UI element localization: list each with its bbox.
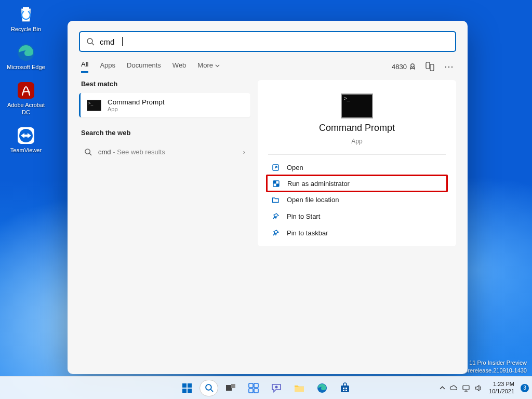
rewards-points[interactable]: 4830: [392, 63, 416, 71]
svg-rect-1: [18, 82, 34, 99]
svg-rect-8: [430, 64, 434, 71]
taskbar-search-button[interactable]: [200, 380, 218, 396]
store-button[interactable]: [335, 378, 355, 398]
action-open[interactable]: Open: [268, 159, 446, 176]
svg-rect-16: [188, 383, 192, 388]
svg-rect-22: [231, 384, 235, 388]
notification-badge[interactable]: 3: [521, 384, 529, 392]
taskbar-center: [177, 378, 355, 398]
preview-pane: Command Prompt App Open Run as administr…: [258, 80, 456, 246]
task-view-button[interactable]: [220, 378, 241, 398]
edge-button[interactable]: [312, 378, 332, 398]
svg-rect-17: [182, 389, 187, 393]
search-tabs: All Apps Documents Web More 4830 ⋯: [79, 60, 456, 73]
tab-web[interactable]: Web: [172, 61, 187, 72]
desktop-icon-acrobat[interactable]: Adobe Acrobat DC: [5, 80, 47, 115]
rewards-icon: [409, 63, 416, 70]
svg-rect-24: [254, 383, 258, 388]
svg-line-10: [89, 153, 91, 155]
network-icon[interactable]: [462, 384, 470, 392]
file-explorer-button[interactable]: [289, 378, 310, 398]
desktop-icon-teamviewer[interactable]: TeamViewer: [5, 125, 47, 154]
svg-rect-30: [341, 385, 349, 392]
open-icon: [271, 163, 280, 171]
chevron-down-icon: [215, 63, 220, 68]
svg-rect-32: [345, 388, 347, 389]
chevron-right-icon: ›: [243, 148, 245, 156]
svg-rect-35: [463, 385, 469, 390]
action-pin-taskbar[interactable]: Pin to taskbar: [268, 224, 446, 241]
svg-point-4: [87, 38, 92, 44]
tab-apps[interactable]: Apps: [100, 61, 115, 72]
result-title: Command Prompt: [108, 98, 165, 106]
svg-line-20: [210, 390, 212, 392]
clock-date: 10/1/2021: [489, 388, 514, 395]
taskbar-right: 1:23 PM 10/1/2021 3: [440, 381, 529, 394]
action-label: Open file location: [287, 196, 339, 204]
action-run-as-admin[interactable]: Run as administrator: [266, 175, 448, 192]
results-column: Best match Command Prompt App Search the…: [79, 80, 250, 246]
svg-rect-7: [426, 62, 430, 69]
cmd-icon: [87, 100, 101, 111]
svg-rect-31: [343, 388, 344, 389]
result-command-prompt[interactable]: Command Prompt App: [79, 93, 250, 117]
widgets-button[interactable]: [243, 378, 264, 398]
taskbar-clock[interactable]: 1:23 PM 10/1/2021: [487, 381, 516, 394]
desktop-icon-label: Microsoft Edge: [7, 64, 45, 71]
svg-point-9: [85, 149, 90, 154]
volume-icon[interactable]: [474, 384, 483, 392]
shield-icon: [272, 179, 280, 188]
onedrive-icon[interactable]: [449, 384, 458, 392]
action-open-file-location[interactable]: Open file location: [268, 191, 446, 208]
result-subtitle: App: [108, 106, 165, 112]
more-options-icon[interactable]: ⋯: [444, 61, 454, 72]
tab-all[interactable]: All: [81, 60, 88, 73]
action-pin-start[interactable]: Pin to Start: [268, 208, 446, 224]
divider: [268, 154, 446, 155]
svg-rect-18: [188, 389, 192, 393]
desktop-icon-edge[interactable]: Microsoft Edge: [5, 42, 47, 71]
web-term: cmd: [98, 148, 111, 156]
system-tray[interactable]: [440, 384, 483, 392]
search-query-text: cmd: [100, 37, 114, 46]
svg-rect-28: [295, 387, 304, 392]
svg-rect-26: [254, 389, 258, 393]
pin-icon: [271, 212, 280, 220]
recycle-bin-icon: [16, 4, 36, 25]
search-web-heading: Search the web: [81, 129, 248, 137]
search-box[interactable]: cmd: [79, 31, 456, 52]
edge-icon: [16, 42, 36, 63]
desktop-icon-recycle-bin[interactable]: Recycle Bin: [5, 4, 47, 33]
teamviewer-icon: [16, 125, 36, 146]
desktop-icon-label: Recycle Bin: [11, 26, 41, 33]
search-icon: [86, 37, 95, 46]
chevron-up-icon[interactable]: [440, 385, 445, 391]
action-label: Pin to taskbar: [287, 229, 328, 237]
phone-link-icon[interactable]: [425, 62, 435, 71]
desktop-icons: Recycle Bin Microsoft Edge Adobe Acrobat…: [5, 4, 57, 163]
pin-icon: [271, 229, 280, 237]
start-search-panel: cmd All Apps Documents Web More 4830 ⋯ B…: [68, 21, 468, 374]
svg-rect-23: [249, 383, 253, 388]
acrobat-icon: [16, 80, 36, 101]
taskbar: 1:23 PM 10/1/2021 3: [0, 376, 532, 399]
svg-rect-33: [343, 390, 344, 391]
preview-title: Command Prompt: [319, 123, 395, 134]
best-match-heading: Best match: [81, 80, 248, 88]
action-label: Run as administrator: [287, 180, 350, 188]
svg-line-5: [92, 43, 94, 45]
svg-rect-14: [276, 183, 279, 187]
svg-point-6: [411, 64, 414, 67]
svg-rect-15: [182, 383, 187, 388]
start-button[interactable]: [177, 378, 197, 398]
chat-button[interactable]: [266, 378, 287, 398]
tab-more[interactable]: More: [197, 61, 219, 72]
clock-time: 1:23 PM: [489, 381, 514, 388]
svg-point-19: [206, 384, 211, 390]
tab-documents[interactable]: Documents: [127, 61, 161, 72]
svg-point-27: [275, 385, 278, 388]
search-input[interactable]: [128, 37, 449, 46]
web-suffix: See web results: [117, 148, 165, 156]
web-result-row[interactable]: cmd - See web results ›: [79, 142, 250, 162]
desktop-icon-label: Adobe Acrobat DC: [5, 102, 47, 115]
